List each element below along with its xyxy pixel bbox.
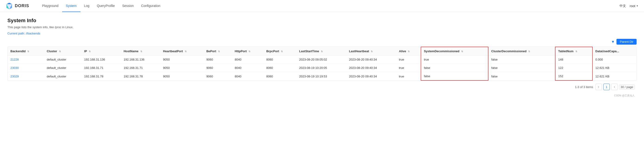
logo-icon	[6, 2, 13, 10]
cell-clusterdecommissioned: false	[488, 64, 555, 72]
cell-brpcport: 8060	[264, 56, 296, 64]
cell-ip: 192.168.31.71	[81, 64, 121, 72]
parent-dir-button[interactable]: Parent Dir	[616, 39, 636, 44]
cell-tabletnum: 122	[555, 64, 592, 72]
cell-ip: 192.168.31.136	[81, 56, 121, 64]
cell-hostname: 192.168.31.71	[121, 64, 160, 72]
cell-beport: 9060	[204, 72, 232, 81]
svg-marker-1	[6, 3, 12, 4]
cell-alive: true	[396, 56, 421, 64]
cell-httpport: 8040	[232, 72, 264, 81]
cell-tabletnum: 152	[555, 72, 592, 81]
cell-heartbeatport: 9050	[160, 72, 204, 81]
pagination-current-page[interactable]: 1	[603, 84, 610, 90]
pagination-prev[interactable]: ‹	[596, 84, 602, 90]
filter-icon: ▼	[611, 40, 615, 44]
cell-systemdecommissioned: false	[421, 64, 488, 72]
lang-switch[interactable]: 中文	[620, 4, 626, 8]
cell-backendid[interactable]: 21228	[8, 56, 44, 64]
cell-lastheartbeat: 2023-08-20 09:40:34	[346, 64, 396, 72]
cell-systemdecommissioned: false	[421, 72, 488, 81]
nav-log[interactable]: Log	[80, 0, 93, 12]
toolbar: ▼ Parent Dir	[8, 39, 636, 44]
nav-right: 中文 root ▼	[620, 4, 638, 8]
cell-heartbeatport: 9050	[160, 56, 204, 64]
col-header-brpcport[interactable]: BrpcPort ⇅	[264, 47, 296, 56]
col-header-ip[interactable]: IP ⇅	[81, 47, 121, 56]
pagination-summary: 1-3 of 3 items	[575, 85, 593, 89]
cell-clusterdecommissioned: false	[488, 72, 555, 81]
cell-alive: true	[396, 72, 421, 81]
pagination-next[interactable]: ›	[611, 84, 618, 90]
cell-tabletnum: 148	[555, 56, 592, 64]
page-content: System Info This page lists the system i…	[0, 12, 644, 104]
cell-beport: 9060	[204, 64, 232, 72]
page-description: This page lists the system info, like /p…	[8, 26, 636, 29]
cell-laststarttime: 2023-08-19 10:20:05	[296, 64, 346, 72]
navbar: DORIS Playground System Log QueryProfile…	[0, 0, 644, 12]
cell-datausedcapacity: 12.621 KB	[592, 64, 636, 72]
cell-backendid[interactable]: 23029	[8, 72, 44, 81]
table-row: 23029default_cluster192.168.31.78192.168…	[8, 72, 636, 81]
cell-cluster: default_cluster	[44, 64, 81, 72]
cell-heartbeatport: 9050	[160, 64, 204, 72]
cell-laststarttime: 2023-08-19 10:19:53	[296, 72, 346, 81]
cell-systemdecommissioned: true	[421, 56, 488, 64]
col-header-lastheartbeat[interactable]: LastHeartbeat ⇅	[346, 47, 396, 56]
nav-queryprofile[interactable]: QueryProfile	[93, 0, 118, 12]
cell-httpport: 8040	[232, 56, 264, 64]
nav-configuration[interactable]: Configuration	[138, 0, 164, 12]
col-header-clusterdecommissioned[interactable]: ClusterDecommissioned ⇅	[488, 47, 555, 56]
cell-backendid[interactable]: 23030	[8, 64, 44, 72]
user-dropdown-arrow: ▼	[636, 4, 638, 7]
data-table: BackendId ⇅ Cluster ⇅ IP ⇅ HostName ⇅ He…	[8, 46, 636, 81]
nav-system[interactable]: System	[62, 0, 80, 12]
nav-session[interactable]: Session	[118, 0, 138, 12]
cell-clusterdecommissioned: false	[488, 56, 555, 64]
nav-links: Playground System Log QueryProfile Sessi…	[38, 0, 164, 12]
watermark: CSDN @乙真仙人	[8, 93, 636, 98]
cell-cluster: default_cluster	[44, 56, 81, 64]
col-header-tabletnum[interactable]: TabletNum ⇅	[555, 47, 592, 56]
logo-text: DORIS	[15, 4, 29, 8]
cell-datausedcapacity: 0.000	[592, 56, 636, 64]
cell-brpcport: 8060	[264, 64, 296, 72]
cell-lastheartbeat: 2023-08-20 09:40:34	[346, 72, 396, 81]
page-title: System Info	[8, 18, 636, 24]
table-header-row: BackendId ⇅ Cluster ⇅ IP ⇅ HostName ⇅ He…	[8, 47, 636, 56]
col-header-cluster[interactable]: Cluster ⇅	[44, 47, 81, 56]
cell-laststarttime: 2023-08-20 09:05:02	[296, 56, 346, 64]
table-row: 21228default_cluster192.168.31.136192.16…	[8, 56, 636, 64]
cell-lastheartbeat: 2023-08-20 09:40:34	[346, 56, 396, 64]
logo: DORIS	[6, 2, 29, 10]
nav-playground[interactable]: Playground	[38, 0, 62, 12]
col-header-httpport[interactable]: HttpPort ⇅	[232, 47, 264, 56]
col-header-datausedcapacity[interactable]: DataUsedCapa...	[592, 47, 636, 56]
col-header-heartbeatport[interactable]: HeartbeatPort ⇅	[160, 47, 204, 56]
table-row: 23030default_cluster192.168.31.71192.168…	[8, 64, 636, 72]
pagination-per-page[interactable]: 30 / page	[619, 84, 635, 90]
cell-hostname: 192.168.31.136	[121, 56, 160, 64]
cell-datausedcapacity: 12.621 KB	[592, 72, 636, 81]
col-header-beport[interactable]: BePort ⇅	[204, 47, 232, 56]
cell-beport: 9060	[204, 56, 232, 64]
col-header-hostname[interactable]: HostName ⇅	[121, 47, 160, 56]
col-header-alive[interactable]: Alive ⇅	[396, 47, 421, 56]
col-header-systemdecommissioned[interactable]: SystemDecommissioned ⇅	[421, 47, 488, 56]
cell-alive: true	[396, 64, 421, 72]
cell-brpcport: 8060	[264, 72, 296, 81]
cell-hostname: 192.168.31.78	[121, 72, 160, 81]
col-header-backendid[interactable]: BackendId ⇅	[8, 47, 44, 56]
user-menu[interactable]: root ▼	[630, 4, 638, 8]
pagination: 1-3 of 3 items ‹ 1 › 30 / page	[8, 81, 636, 93]
current-path[interactable]: Current path: //backends	[8, 32, 636, 35]
cell-httpport: 8040	[232, 64, 264, 72]
col-header-laststarttime[interactable]: LastStartTime ⇅	[296, 47, 346, 56]
cell-ip: 192.168.31.78	[81, 72, 121, 81]
cell-cluster: default_cluster	[44, 72, 81, 81]
username: root	[630, 4, 635, 8]
